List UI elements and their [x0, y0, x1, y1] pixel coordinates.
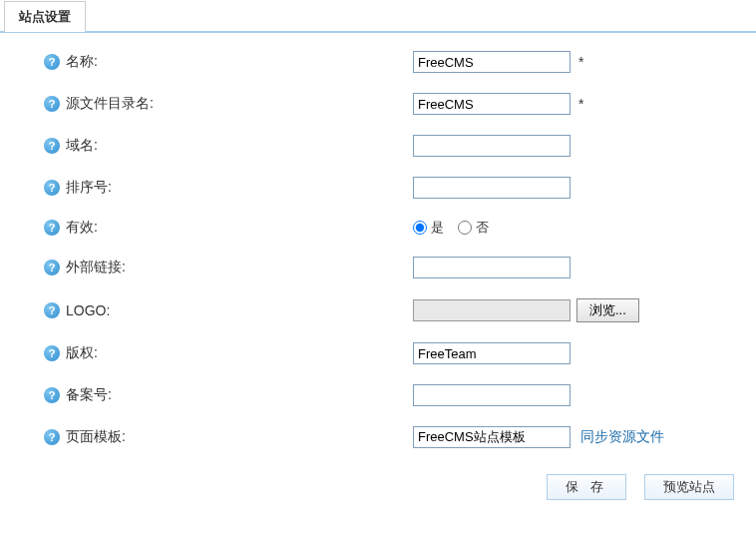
help-icon[interactable]: [44, 260, 60, 275]
save-button[interactable]: 保 存: [547, 474, 626, 500]
radio-valid-no[interactable]: [458, 221, 472, 235]
input-record[interactable]: [413, 384, 570, 406]
row-logo: LOGO: 浏览...: [0, 288, 756, 332]
required-mark: *: [578, 54, 583, 70]
tab-bar: 站点设置: [0, 0, 756, 33]
help-icon[interactable]: [44, 138, 60, 154]
help-icon[interactable]: [44, 302, 60, 318]
row-record: 备案号:: [0, 374, 756, 416]
link-sync-resources[interactable]: 同步资源文件: [580, 428, 664, 446]
help-icon[interactable]: [44, 429, 60, 445]
row-domain: 域名:: [0, 125, 756, 167]
label-copy: 版权:: [66, 344, 98, 362]
row-valid: 有效: 是 否: [0, 209, 756, 247]
help-icon[interactable]: [44, 96, 60, 112]
radio-valid-yes[interactable]: [413, 221, 427, 235]
required-mark: *: [578, 96, 583, 112]
label-valid: 有效:: [66, 219, 98, 237]
row-copy: 版权:: [0, 332, 756, 374]
input-template[interactable]: [413, 426, 570, 448]
label-record: 备案号:: [66, 386, 112, 404]
help-icon[interactable]: [44, 220, 60, 236]
help-icon[interactable]: [44, 345, 60, 361]
label-template: 页面模板:: [66, 428, 126, 446]
label-name: 名称:: [66, 53, 98, 71]
button-row: 保 存 预览站点: [0, 458, 756, 508]
label-extlink: 外部链接:: [66, 259, 126, 276]
row-name: 名称: *: [0, 41, 756, 83]
input-name[interactable]: [413, 51, 570, 73]
preview-button[interactable]: 预览站点: [644, 474, 734, 500]
row-extlink: 外部链接:: [0, 247, 756, 288]
radio-group-valid: 是 否: [413, 219, 489, 237]
row-template: 页面模板: 同步资源文件: [0, 416, 756, 458]
label-srcdir: 源文件目录名:: [66, 95, 154, 113]
help-icon[interactable]: [44, 387, 60, 403]
input-extlink[interactable]: [413, 257, 570, 278]
input-srcdir[interactable]: [413, 93, 570, 115]
row-order: 排序号:: [0, 167, 756, 209]
help-icon[interactable]: [44, 180, 60, 196]
file-display-logo: [413, 299, 570, 321]
input-order[interactable]: [413, 177, 570, 199]
tab-site-settings[interactable]: 站点设置: [4, 1, 86, 32]
input-copy[interactable]: [413, 342, 570, 364]
form-area: 名称: * 源文件目录名: * 域名: 排序号:: [0, 33, 756, 508]
radio-label-yes: 是: [431, 219, 444, 237]
label-logo: LOGO:: [66, 302, 110, 318]
help-icon[interactable]: [44, 54, 60, 70]
label-domain: 域名:: [66, 137, 98, 155]
browse-button[interactable]: 浏览...: [576, 298, 639, 322]
label-order: 排序号:: [66, 179, 112, 197]
input-domain[interactable]: [413, 135, 570, 157]
radio-label-no: 否: [476, 219, 489, 237]
row-srcdir: 源文件目录名: *: [0, 83, 756, 125]
